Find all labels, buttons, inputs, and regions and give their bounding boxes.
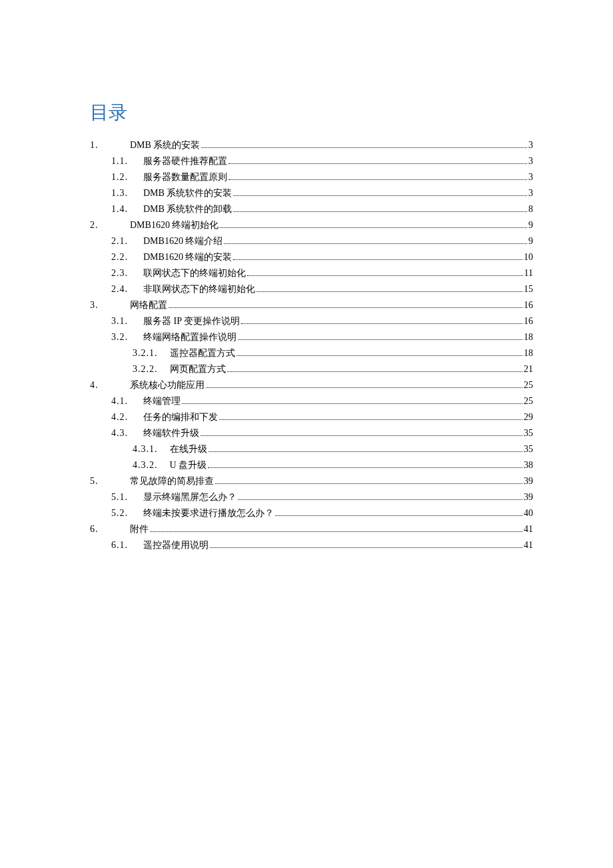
toc-entry[interactable]: 3.2.2.网页配置方式21 [90, 361, 533, 377]
toc-dots [237, 355, 523, 356]
toc-entry[interactable]: 2.DMB1620 终端初始化 9 [90, 217, 533, 233]
toc-entry[interactable]: 3.2.1.遥控器配置方式18 [90, 345, 533, 361]
toc-entry-number: 1.3. [111, 185, 131, 201]
toc-dots [247, 275, 523, 276]
toc-entry-number: 4.3.1. [133, 441, 158, 457]
toc-entry-page: 39 [524, 489, 533, 505]
toc-entry-number: 2.2. [111, 249, 131, 265]
toc-entry-page: 38 [524, 457, 533, 473]
toc-entry[interactable]: 1.1.服务器硬件推荐配置3 [90, 153, 533, 169]
toc-entry-page: 10 [524, 249, 533, 265]
toc-entry[interactable]: 2.1.DMB1620 终端介绍9 [90, 233, 533, 249]
toc-entry[interactable]: 4.2.任务的编排和下发29 [90, 409, 533, 425]
toc-dots [238, 339, 522, 340]
toc-entry-page: 9 [528, 217, 533, 233]
toc-entry-text: 显示终端黑屏怎么办？ [143, 489, 237, 505]
toc-title: 目录 [90, 100, 533, 125]
toc-entry-text: 任务的编排和下发 [143, 409, 218, 425]
toc-dots [209, 451, 523, 452]
toc-entry-number: 5. [90, 473, 110, 489]
toc-entry-page: 18 [524, 329, 533, 345]
toc-entry-text: DMB1620 终端初始化 [130, 217, 219, 233]
toc-entry[interactable]: 3.网络配置 16 [90, 297, 533, 313]
toc-entry[interactable]: 4.3.2.U 盘升级 38 [90, 457, 533, 473]
toc-entry[interactable]: 1.DMB 系统的安装 3 [90, 137, 533, 153]
toc-entry-text: 附件 [130, 521, 149, 537]
toc-entry-number: 1.1. [111, 153, 131, 169]
toc-entry-page: 3 [528, 137, 533, 153]
toc-entry-text: 终端管理 [143, 393, 181, 409]
toc-entry-page: 39 [524, 473, 533, 489]
toc-entry-number: 1. [90, 137, 110, 153]
toc-entry-number: 3.2.2. [133, 361, 158, 377]
toc-entry-text: 系统核心功能应用 [130, 377, 205, 393]
toc-entry-text: 服务器硬件推荐配置 [143, 153, 227, 169]
toc-entry-number: 4.1. [111, 393, 131, 409]
toc-entry-number: 2.3. [111, 265, 131, 281]
toc-entry-page: 40 [524, 505, 533, 521]
toc-entry[interactable]: 2.2.DMB1620 终端的安装10 [90, 249, 533, 265]
toc-entry-number: 5.2. [111, 505, 131, 521]
toc-dots [208, 467, 522, 468]
toc-entry[interactable]: 4.系统核心功能应用 25 [90, 377, 533, 393]
toc-entry-text: 服务器 IP 变更操作说明 [143, 313, 240, 329]
toc-entry-page: 3 [528, 185, 533, 201]
toc-entry-number: 6. [90, 521, 110, 537]
toc-entry-text: DMB 系统软件的安装 [143, 185, 232, 201]
toc-entry[interactable]: 6.1.遥控器使用说明 41 [90, 537, 533, 553]
toc-list: 1.DMB 系统的安装 31.1.服务器硬件推荐配置31.2.服务器数量配置原则… [90, 137, 533, 553]
toc-entry[interactable]: 1.4.DMB 系统软件的卸载8 [90, 201, 533, 217]
toc-entry-page: 3 [528, 169, 533, 185]
toc-entry-page: 35 [524, 441, 533, 457]
toc-entry[interactable]: 2.4.非联网状态下的终端初始化15 [90, 281, 533, 297]
toc-entry[interactable]: 5.1.显示终端黑屏怎么办？ 39 [90, 489, 533, 505]
toc-entry[interactable]: 6.附件 41 [90, 521, 533, 537]
toc-entry-page: 16 [524, 313, 533, 329]
toc-dots [238, 499, 522, 500]
toc-entry-text: 网络配置 [130, 297, 167, 313]
toc-entry[interactable]: 2.3.联网状态下的终端初始化11 [90, 265, 533, 281]
toc-entry-text: 非联网状态下的终端初始化 [143, 281, 255, 297]
toc-entry-number: 5.1. [111, 489, 131, 505]
toc-dots [215, 483, 522, 484]
toc-entry-number: 2.1. [111, 233, 131, 249]
toc-entry-page: 3 [528, 153, 533, 169]
toc-entry-text: DMB 系统的安装 [130, 137, 200, 153]
toc-dots [201, 435, 522, 436]
toc-dots [220, 227, 527, 228]
toc-entry[interactable]: 3.1.服务器 IP 变更操作说明16 [90, 313, 533, 329]
toc-entry-number: 3.2. [111, 329, 131, 345]
toc-entry-number: 1.2. [111, 169, 131, 185]
toc-entry[interactable]: 3.2.终端网络配置操作说明18 [90, 329, 533, 345]
toc-dots [229, 179, 527, 180]
toc-entry[interactable]: 5.常见故障的简易排查 39 [90, 473, 533, 489]
toc-dots [206, 387, 522, 388]
toc-entry-page: 8 [528, 201, 533, 217]
toc-entry-text: 终端未按要求进行播放怎么办？ [143, 505, 274, 521]
toc-entry-number: 1.4. [111, 201, 131, 217]
toc-entry[interactable]: 4.3.1.在线升级 35 [90, 441, 533, 457]
toc-entry[interactable]: 4.1.终端管理 25 [90, 393, 533, 409]
toc-entry[interactable]: 5.2.终端未按要求进行播放怎么办？ 40 [90, 505, 533, 521]
toc-entry-number: 6.1. [111, 537, 131, 553]
toc-entry-text: 服务器数量配置原则 [143, 169, 227, 185]
toc-dots [201, 147, 527, 148]
toc-entry-number: 4.2. [111, 409, 131, 425]
toc-entry-number: 3.2.1. [133, 345, 158, 361]
toc-entry-number: 2. [90, 217, 110, 233]
toc-entry-page: 35 [524, 425, 533, 441]
toc-entry[interactable]: 4.3.终端软件升级 35 [90, 425, 533, 441]
toc-entry-page: 9 [528, 233, 533, 249]
toc-dots [219, 419, 522, 420]
toc-dots [229, 163, 527, 164]
toc-dots [227, 371, 523, 372]
toc-entry-text: DMB1620 终端的安装 [143, 249, 232, 265]
toc-entry-page: 16 [524, 297, 533, 313]
toc-dots [233, 259, 522, 260]
toc-entry[interactable]: 1.3.DMB 系统软件的安装3 [90, 185, 533, 201]
toc-dots [182, 403, 522, 404]
toc-entry-page: 25 [524, 377, 533, 393]
toc-entry-number: 4.3. [111, 425, 131, 441]
toc-entry-page: 15 [524, 281, 533, 297]
toc-entry[interactable]: 1.2.服务器数量配置原则3 [90, 169, 533, 185]
